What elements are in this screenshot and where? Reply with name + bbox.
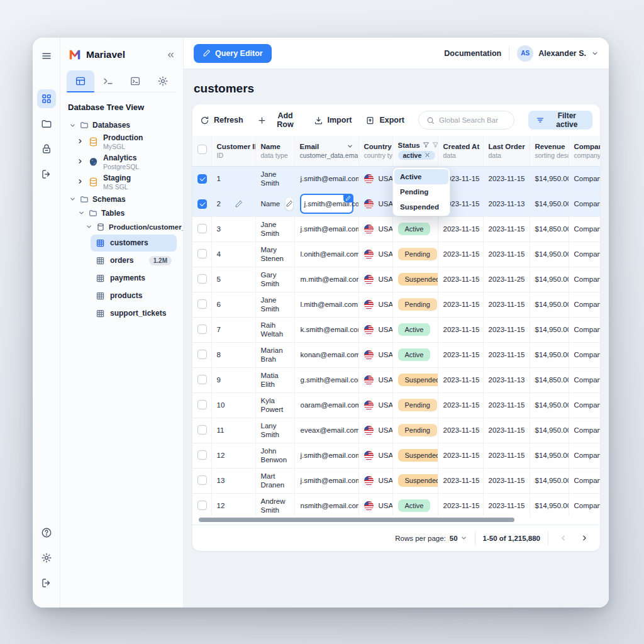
row-checkbox[interactable] [197,224,207,233]
row-email-cell[interactable]: j.smith@email.com [300,194,353,214]
chevron-down-icon[interactable] [347,143,353,150]
horizontal-scrollbar-thumb[interactable] [199,518,514,522]
lock-icon[interactable] [37,140,56,158]
usa-flag-icon [364,426,374,435]
user-menu[interactable]: AS Alexander S. [517,45,599,62]
column-company[interactable]: Company company [569,136,600,166]
column-email[interactable]: Email customer_data.email [294,136,358,166]
status-option-active[interactable]: Active [394,169,448,184]
row-email-cell[interactable]: j.smith@email.com [300,470,353,491]
active-filter-chip[interactable]: active [398,151,436,160]
sidebar-item-customers[interactable]: customers [91,235,177,252]
hamburger-menu-icon[interactable] [37,47,56,65]
tab-console-window[interactable] [122,70,150,92]
column-status[interactable]: Status active [392,136,438,166]
global-search[interactable] [418,111,514,130]
row-checkbox[interactable] [197,274,207,284]
row-email-cell[interactable]: j.smith@email.com [300,169,353,189]
row-email-cell[interactable]: l.onith@email.com [300,244,353,264]
row-email-cell[interactable]: oaram@email.com [300,395,353,415]
query-editor-button[interactable]: Query Editor [194,44,272,63]
tree-node-staging[interactable]: StagingMS SGL [75,172,177,192]
grid-apps-icon[interactable] [37,89,56,108]
tab-settings-gear-icon[interactable] [149,70,177,92]
row-checkbox[interactable] [197,249,207,258]
filter-funnel-icon[interactable] [423,142,430,148]
table-row[interactable]: 10 Kyla Powert oaram@email.com USA Pendi… [192,392,600,418]
table-row[interactable]: 5 Gary Smith m.mith@email.com USA Suspen… [192,267,600,292]
row-email-cell[interactable]: k.smith@email.com [300,319,353,340]
row-checkbox[interactable] [197,325,207,334]
sidebar-item-products[interactable]: products [91,287,177,304]
row-checkbox[interactable] [197,450,207,460]
table-row[interactable]: 12 Andrew Smith nsmith@email.com USA Act… [192,493,600,516]
settings-gear-icon[interactable] [37,548,56,567]
tree-node-databases[interactable]: Databases [67,118,177,132]
row-email-cell[interactable]: g.smith@email.com [300,370,353,390]
name-edit-button[interactable] [285,197,294,211]
next-page-icon[interactable] [577,531,591,545]
tab-terminal[interactable] [94,70,122,92]
table-row[interactable]: 4 Mary Stenen l.onith@email.com USA Pend… [192,242,600,267]
row-checkbox[interactable] [197,299,207,309]
row-email-cell[interactable]: eveax@email.com [300,420,353,440]
sidebar-item-orders[interactable]: orders 1.2M [91,252,177,269]
table-row[interactable]: 8 Marian Brah konan@email.com USA Active… [192,342,600,367]
table-row[interactable]: 3 Jane Smith j.smith@email.com USA Activ… [192,216,600,242]
tab-database-browser[interactable] [67,70,94,92]
refresh-button[interactable]: Refresh [200,116,243,125]
collapse-sidebar-icon[interactable] [166,50,175,60]
table-row[interactable]: 7 Raih Weltah k.smith@email.com USA Acti… [192,317,600,342]
tree-node-tables[interactable]: Tables [75,206,177,220]
tree-node-schema-path[interactable]: Production/customer_data [83,220,177,234]
import-button[interactable]: Import [314,116,352,125]
row-email-cell[interactable]: j.smith@email.com [300,445,353,465]
row-checkbox[interactable] [197,350,207,359]
column-last-order[interactable]: Last Order data [483,136,530,166]
row-checkbox[interactable] [197,400,207,409]
previous-page-icon[interactable] [556,531,570,545]
row-checkbox[interactable] [197,425,207,435]
status-option-pending[interactable]: Pending [394,184,448,199]
tree-node-analytics[interactable]: AnalyticsPostgreSQL [75,152,177,172]
row-email-cell[interactable]: m.mith@email.com [300,269,353,289]
row-email-cell[interactable]: nsmith@email.com [300,496,353,516]
column-created-at[interactable]: Created At data [438,136,483,166]
filter-active-button[interactable]: Filter active [528,111,592,130]
row-checkbox[interactable] [197,501,207,510]
table-row[interactable]: 9 Matia Elith g.smith@email.com USA Susp… [192,367,600,392]
row-checkbox[interactable] [197,375,207,384]
folder-icon[interactable] [37,114,56,133]
row-edit-pencil-icon[interactable] [235,200,243,208]
row-email-cell[interactable]: j.smith@email.com [300,219,353,239]
table-row[interactable]: 13 Mart Dranen j.smith@email.com USA Sus… [192,468,600,493]
row-email-cell[interactable]: konan@email.com [300,345,353,365]
row-checkbox[interactable] [197,475,207,485]
table-row[interactable]: 12 John Benwon j.smith@email.com USA Sus… [192,443,600,468]
sign-out-icon[interactable] [37,165,56,184]
logout-icon[interactable] [37,574,56,592]
column-name[interactable]: Name data type [255,136,294,166]
search-input[interactable] [439,116,506,124]
documentation-link[interactable]: Documentation [444,49,501,58]
close-icon[interactable] [425,152,430,158]
sidebar-item-support-tickets[interactable]: support_tickets [91,305,177,322]
row-email-cell[interactable]: l.mith@email.com [300,294,353,314]
status-option-suspended[interactable]: Suspended [394,199,448,214]
filter-funnel-icon[interactable] [432,142,438,148]
column-customer-id[interactable]: Customer ID ID [211,136,255,166]
sidebar-item-payments[interactable]: payments [91,270,177,287]
rows-per-page-select[interactable]: 50 [450,535,467,542]
tree-node-schemas[interactable]: Schemas [67,192,177,206]
column-country[interactable]: Country country type [358,136,392,166]
table-row[interactable]: 6 Jane Smith l.mith@email.com USA Pendin… [192,292,600,317]
tree-node-production[interactable]: ProductionMySGL [75,132,177,152]
row-checkbox[interactable] [197,199,207,209]
row-checkbox[interactable] [197,174,207,184]
select-all-checkbox[interactable] [197,145,207,154]
help-icon[interactable] [37,523,56,542]
column-revenue[interactable]: Revenue sorting desc [530,136,569,166]
add-row-button[interactable]: Add Row [257,111,300,129]
export-button[interactable]: Export [365,116,404,125]
table-row[interactable]: 11 Lany Smith eveax@email.com USA Pendin… [192,418,600,443]
